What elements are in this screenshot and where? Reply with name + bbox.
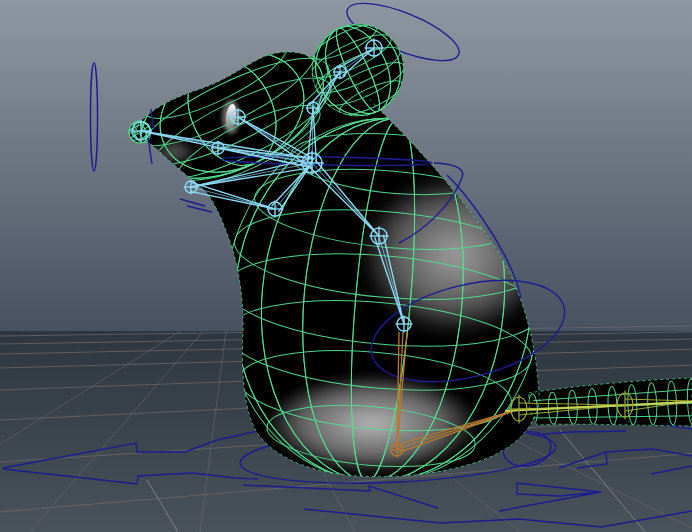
viewport-3d[interactable] xyxy=(0,0,692,532)
viewport-svg[interactable] xyxy=(0,0,692,532)
